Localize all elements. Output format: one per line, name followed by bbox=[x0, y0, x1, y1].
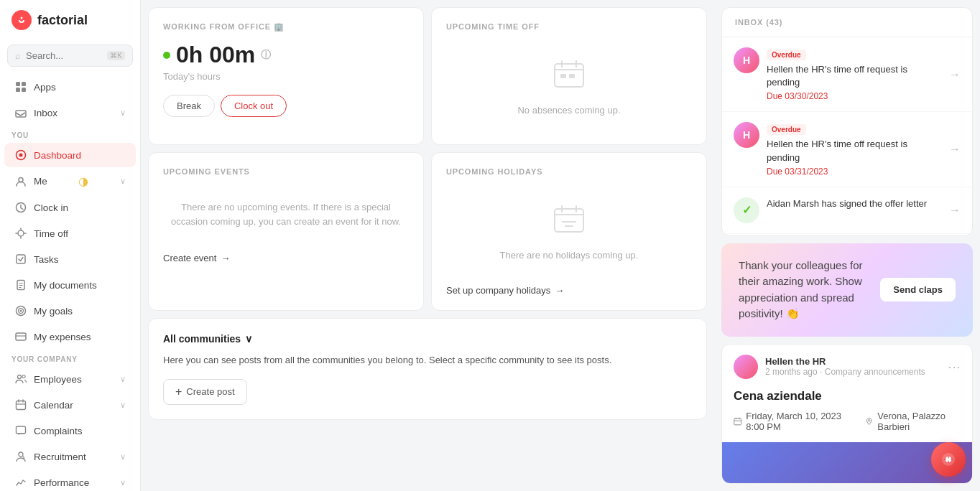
inbox-item-3-body: Aidan Marsh has signed the offer letter bbox=[767, 197, 939, 210]
sidebar-item-my-goals[interactable]: My goals bbox=[4, 299, 136, 323]
time-off-empty-icon bbox=[551, 55, 587, 98]
sidebar-item-time-off[interactable]: Time off bbox=[4, 221, 136, 246]
sidebar-item-performance[interactable]: Performance ∨ bbox=[4, 470, 136, 491]
sidebar-item-my-documents[interactable]: My documents bbox=[4, 273, 136, 297]
sidebar-item-complaints[interactable]: Complaints bbox=[4, 418, 136, 443]
holidays-empty-icon bbox=[551, 200, 587, 243]
setup-holidays-arrow-icon: → bbox=[555, 285, 564, 296]
post-time: 2 months ago · Company announcements bbox=[765, 367, 940, 377]
complaints-icon bbox=[14, 424, 27, 437]
sidebar-item-me-label: Me bbox=[34, 176, 47, 187]
svg-rect-3 bbox=[22, 82, 26, 86]
company-section-label: YOUR COMPANY bbox=[0, 350, 140, 366]
svg-point-0 bbox=[16, 14, 27, 26]
svg-rect-5 bbox=[22, 88, 26, 92]
post-date-text: Friday, March 10, 2023 8:00 PM bbox=[746, 411, 854, 432]
community-selector[interactable]: All communities ∨ bbox=[163, 333, 252, 345]
sidebar-item-apps[interactable]: Apps bbox=[4, 75, 136, 99]
upcoming-events-title: UPCOMING EVENTS bbox=[163, 167, 409, 176]
community-selector-label: All communities bbox=[163, 333, 241, 345]
clockout-button[interactable]: Clock out bbox=[221, 95, 287, 117]
create-event-label: Create event bbox=[163, 253, 216, 263]
inbox-arrow-3-icon[interactable]: → bbox=[949, 204, 961, 217]
post-meta: Hellen the HR 2 months ago · Company ann… bbox=[765, 356, 940, 377]
svg-point-22 bbox=[19, 452, 23, 457]
inbox-item-1-body: Overdue Hellen the HR's time off request… bbox=[767, 47, 939, 101]
svg-rect-21 bbox=[17, 426, 26, 434]
sidebar-item-dashboard-label: Dashboard bbox=[34, 150, 81, 161]
center-column: WORKING FROM OFFICE 🏢 0h 00m ⓘ Today's h… bbox=[141, 0, 714, 491]
sidebar-item-calendar[interactable]: Calendar ∨ bbox=[4, 393, 136, 417]
inbox-item-2-body: Overdue Hellen the HR's time off request… bbox=[767, 122, 939, 176]
inbox-item-2[interactable]: H Overdue Hellen the HR's time off reque… bbox=[722, 112, 972, 187]
time-off-empty-state: No absences coming up. bbox=[446, 41, 692, 130]
expenses-icon bbox=[14, 330, 27, 343]
setup-holidays-link[interactable]: Set up company holidays → bbox=[446, 285, 692, 296]
post-location: Verona, Palazzo Barbieri bbox=[865, 411, 961, 432]
sidebar-item-tasks[interactable]: Tasks bbox=[4, 247, 136, 271]
inbox-chevron-icon: ∨ bbox=[120, 108, 126, 118]
sidebar-item-me[interactable]: Me ◑ ∨ bbox=[4, 169, 136, 194]
send-claps-button[interactable]: Send claps bbox=[880, 278, 956, 301]
svg-rect-4 bbox=[16, 88, 20, 92]
inbox-item-3[interactable]: ✓ Aidan Marsh has signed the offer lette… bbox=[722, 187, 972, 234]
upcoming-events-card: UPCOMING EVENTS There are no upcoming ev… bbox=[148, 152, 424, 311]
communities-card: All communities ∨ Here you can see posts… bbox=[148, 318, 707, 420]
svg-point-16 bbox=[20, 310, 22, 312]
svg-rect-27 bbox=[555, 209, 583, 232]
sidebar-item-time-off-label: Time off bbox=[34, 228, 68, 239]
svg-point-19 bbox=[22, 375, 25, 378]
top-row: WORKING FROM OFFICE 🏢 0h 00m ⓘ Today's h… bbox=[148, 7, 707, 145]
sidebar-item-recruitment-label: Recruitment bbox=[34, 452, 86, 462]
sidebar-item-recruitment[interactable]: Recruitment ∨ bbox=[4, 444, 136, 469]
community-header: All communities ∨ bbox=[163, 333, 692, 345]
logo: factorial bbox=[0, 0, 140, 40]
main-content-area: WORKING FROM OFFICE 🏢 0h 00m ⓘ Today's h… bbox=[141, 0, 980, 491]
community-body-text: Here you can see posts from all the comm… bbox=[163, 353, 692, 368]
sidebar-item-my-expenses[interactable]: My expenses bbox=[4, 324, 136, 349]
search-icon: ⌕ bbox=[15, 50, 21, 61]
inbox-item-1[interactable]: H Overdue Hellen the HR's time off reque… bbox=[722, 37, 972, 112]
wfo-status-dot bbox=[163, 52, 170, 59]
documents-icon bbox=[14, 279, 27, 291]
sidebar-item-clock-in-label: Clock in bbox=[34, 202, 68, 213]
sidebar-item-tasks-label: Tasks bbox=[34, 254, 59, 265]
upcoming-time-off-card: UPCOMING TIME OFF No absences coming bbox=[431, 7, 707, 145]
svg-point-11 bbox=[18, 230, 24, 236]
time-off-icon bbox=[14, 227, 27, 240]
performance-icon bbox=[14, 476, 27, 489]
post-menu-icon[interactable]: ⋯ bbox=[948, 359, 961, 375]
create-post-button[interactable]: + Create post bbox=[163, 379, 247, 405]
dashboard-icon bbox=[14, 149, 27, 162]
inbox-item-4[interactable]: A Aisha Owen's expense approval request … bbox=[722, 234, 972, 236]
inbox-icon bbox=[14, 106, 27, 119]
recruitment-icon bbox=[14, 450, 27, 463]
calendar-icon bbox=[14, 398, 27, 411]
inbox-item-1-due: Due 03/30/2023 bbox=[767, 91, 939, 101]
post-author: Hellen the HR bbox=[765, 356, 940, 367]
sidebar-item-employees[interactable]: Employees ∨ bbox=[4, 367, 136, 391]
sidebar-item-my-documents-label: My documents bbox=[34, 280, 97, 291]
svg-rect-17 bbox=[16, 333, 26, 340]
fab-button[interactable] bbox=[931, 442, 966, 477]
search-shortcut: ⌘K bbox=[107, 51, 125, 60]
create-event-link[interactable]: Create event → bbox=[163, 253, 409, 263]
inbox-arrow-2-icon[interactable]: → bbox=[949, 143, 961, 156]
svg-point-29 bbox=[868, 419, 869, 421]
sidebar-item-clock-in[interactable]: Clock in bbox=[4, 195, 136, 220]
search-bar[interactable]: ⌕ ⌘K bbox=[7, 45, 133, 67]
create-post-label: Create post bbox=[186, 386, 234, 397]
sidebar-item-dashboard[interactable]: Dashboard bbox=[4, 143, 136, 167]
sidebar-item-performance-label: Performance bbox=[34, 477, 89, 488]
post-location-icon bbox=[865, 416, 873, 426]
post-date-icon bbox=[734, 416, 741, 426]
inbox-arrow-1-icon[interactable]: → bbox=[949, 68, 961, 81]
search-input[interactable] bbox=[26, 50, 102, 61]
inbox-item-2-due: Due 03/31/2023 bbox=[767, 167, 939, 177]
sidebar-item-inbox[interactable]: Inbox ∨ bbox=[4, 100, 136, 125]
calendar-chevron-icon: ∨ bbox=[120, 401, 126, 410]
create-event-arrow-icon: → bbox=[221, 253, 230, 263]
wfo-subtitle: Today's hours bbox=[163, 71, 409, 82]
break-button[interactable]: Break bbox=[163, 95, 215, 117]
svg-point-1 bbox=[21, 17, 23, 19]
